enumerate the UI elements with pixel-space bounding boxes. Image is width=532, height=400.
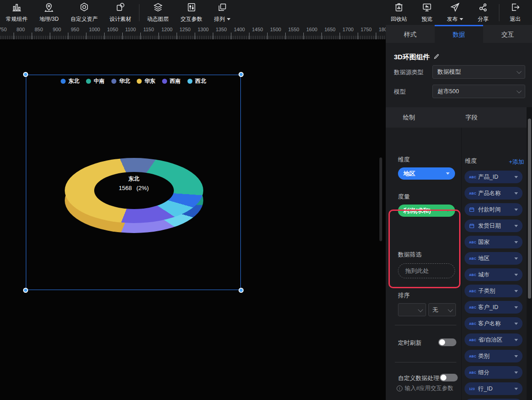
ruler-major-tick <box>231 33 231 39</box>
ruler-label: 1600 <box>306 27 317 32</box>
toolbar-label: 自定义资产 <box>71 15 98 23</box>
field-name: 国家 <box>478 238 489 246</box>
sort-field-dropdown[interactable] <box>398 303 426 316</box>
ruler-major-tick <box>68 33 68 39</box>
legend-item[interactable]: 西北 <box>187 77 206 85</box>
donut-center-label: 东北 1568(2%) <box>26 175 241 191</box>
dimension-pill[interactable]: 地区 <box>398 167 455 180</box>
model-dropdown[interactable]: 超市500 <box>432 85 525 98</box>
toolbar-exit-button[interactable]: 退出 <box>501 0 529 25</box>
toolbar-custom-assets-button[interactable]: 自定义资产 <box>65 0 104 25</box>
panel-tab-样式[interactable]: 样式 <box>386 25 435 43</box>
toolbar-dynamic-layers-button[interactable]: 动态图层 <box>141 0 175 25</box>
text-type-icon: ABC <box>469 273 478 276</box>
legend-item[interactable]: 中南 <box>86 77 105 85</box>
ruler-label: 1100 <box>125 27 136 32</box>
chevron-down-icon <box>517 69 522 74</box>
edit-title-icon[interactable] <box>433 53 440 62</box>
ruler-major-tick <box>177 33 177 39</box>
field-pill[interactable]: ABC子类别 <box>465 285 522 297</box>
measure-section-label: 度量 <box>398 193 410 201</box>
legend-item[interactable]: 西南 <box>162 77 181 85</box>
toolbar-arrange-button[interactable]: 排列 <box>208 0 236 25</box>
ruler-major-tick <box>285 33 286 39</box>
field-pill[interactable]: ABC客户名称 <box>465 317 522 330</box>
chart-component-selection[interactable]: 东北中南华北华东西南西北 东北 1568(2%) <box>26 75 241 290</box>
settings-panel: 样式数据交互 3D环图组件 数据源类型 数据模型 模型 超市500 绘制 字段 … <box>386 25 532 400</box>
resize-handle-top-right[interactable] <box>239 72 244 77</box>
ruler-label: 1450 <box>252 27 263 32</box>
panel-scrollbar-thumb[interactable] <box>528 119 531 299</box>
field-pill[interactable]: ABC类别 <box>465 350 522 362</box>
chevron-down-icon <box>514 355 518 357</box>
legend-item[interactable]: 东北 <box>61 77 79 85</box>
panel-tab-数据[interactable]: 数据 <box>435 25 484 43</box>
legend-item[interactable]: 华北 <box>111 77 130 85</box>
custom-processing-label: 自定义数据处理 <box>398 374 439 382</box>
toolbar-geo-3d-button[interactable]: 地理/3D <box>34 0 65 25</box>
toolbar-recycle-bin-button[interactable]: 回收站 <box>385 0 413 25</box>
design-canvas[interactable]: 东北中南华北华东西南西北 东北 1568(2%) <box>0 40 386 400</box>
legend-label: 华东 <box>144 77 155 85</box>
field-pill[interactable]: ABC国家 <box>465 236 522 248</box>
legend-label: 西北 <box>195 77 206 85</box>
panel-tab-交互[interactable]: 交互 <box>483 25 532 43</box>
chevron-down-icon <box>514 371 518 374</box>
calendar-icon <box>469 223 478 229</box>
resize-handle-bottom-right[interactable] <box>239 288 244 293</box>
field-pill[interactable]: ABC细分 <box>465 366 522 379</box>
ruler-label: 950 <box>71 27 79 32</box>
arrange-icon <box>217 2 227 14</box>
custom-processing-toggle[interactable] <box>440 374 458 381</box>
field-pill[interactable]: ABC客户_ID <box>465 301 522 314</box>
toolbar-label: 设计素材 <box>110 15 131 23</box>
field-pill[interactable]: 发货日期 <box>465 219 522 232</box>
sort-order-value: 无 <box>432 306 438 314</box>
chevron-down-icon <box>514 323 518 325</box>
ruler-label: 1800 <box>379 27 386 32</box>
chevron-down-icon <box>448 307 453 312</box>
field-name: 子类别 <box>478 287 495 295</box>
legend-label: 东北 <box>68 77 79 85</box>
timed-refresh-toggle[interactable] <box>438 338 456 346</box>
field-name: 付款时间 <box>478 206 501 214</box>
sort-order-dropdown[interactable]: 无 <box>428 303 456 316</box>
toolbar-preview-button[interactable]: 预览 <box>413 0 441 25</box>
chevron-down-icon <box>514 339 518 341</box>
field-pill[interactable]: ABC省/自治区 <box>465 333 522 346</box>
ruler-major-tick <box>376 33 376 39</box>
resize-handle-bottom-left[interactable] <box>23 288 28 293</box>
field-pill[interactable]: ABC产品名称 <box>465 187 522 200</box>
field-pill[interactable]: ABC产品_ID <box>465 171 522 183</box>
legend-item[interactable]: 华东 <box>137 77 155 85</box>
toolbar-design-materials-button[interactable]: 设计素材 <box>104 0 137 25</box>
field-pill[interactable]: 付款时间 <box>465 203 522 216</box>
legend-dot <box>61 79 66 84</box>
field-pill[interactable]: ABC城市 <box>465 268 522 281</box>
resize-handle-top-left[interactable] <box>23 72 28 77</box>
field-name: 产品_ID <box>478 173 498 181</box>
tab-draw[interactable]: 绘制 <box>403 107 415 128</box>
ruler-label: 900 <box>53 27 61 32</box>
filter-drop-zone[interactable]: 拖到此处 <box>398 263 455 278</box>
text-type-icon: ABC <box>469 338 478 342</box>
toolbar-share-button[interactable]: 分享 <box>469 0 497 25</box>
measure-pill[interactable]: 利润(求和) <box>398 205 455 217</box>
toolbar-publish-button[interactable]: 发布 <box>441 0 469 25</box>
donut-chart-3d[interactable] <box>65 158 203 233</box>
datasource-type-dropdown[interactable]: 数据模型 <box>432 65 525 79</box>
info-icon: ! <box>397 386 403 391</box>
toolbar-regular-components-button[interactable]: 常规组件 <box>0 0 34 25</box>
field-pill[interactable]: 123行_ID <box>465 382 522 395</box>
tab-fields[interactable]: 字段 <box>465 107 478 128</box>
toolbar-label: 回收站 <box>391 15 407 23</box>
field-name: 类别 <box>478 352 489 360</box>
canvas-scrollbar[interactable] <box>379 157 382 241</box>
field-pill[interactable]: ABC地区 <box>465 252 522 265</box>
center-percent: (2%) <box>136 185 149 191</box>
ruler-major-tick <box>249 33 249 39</box>
toolbar-label: 动态图层 <box>147 15 169 23</box>
toolbar-interaction-params-button[interactable]: 交互参数 <box>175 0 208 25</box>
text-type-icon: ABC <box>469 176 478 179</box>
number-type-icon: 123 <box>469 387 478 390</box>
